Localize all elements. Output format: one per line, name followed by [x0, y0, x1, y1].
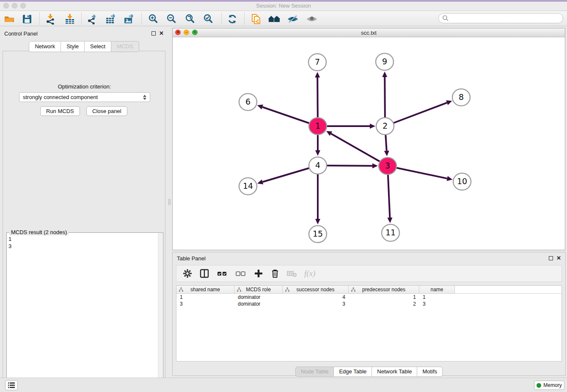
- hide-selected-icon[interactable]: [287, 13, 299, 25]
- save-session-icon[interactable]: [21, 13, 33, 25]
- graph-node-10[interactable]: 10: [453, 173, 471, 190]
- mcds-result-box: MCDS result (2 nodes) 1 3: [6, 232, 163, 392]
- window-accent-strip: [0, 0, 567, 2]
- close-panel-icon[interactable]: ✕: [159, 31, 164, 36]
- network-canvas[interactable]: 7968124314101511: [173, 37, 565, 250]
- graph-node-1[interactable]: 1: [309, 118, 327, 135]
- list-icon: [8, 382, 15, 389]
- float-table-panel-icon[interactable]: [549, 256, 553, 260]
- table-panel-title: Table Panel: [177, 255, 206, 262]
- result-scrollbar[interactable]: [158, 233, 162, 389]
- svg-text:3: 3: [385, 161, 390, 170]
- status-bar: Memory: [0, 378, 567, 392]
- tab-node-table[interactable]: Node Table: [295, 367, 334, 377]
- column-header-shared-name[interactable]: shared name: [176, 286, 234, 293]
- search-box[interactable]: [438, 13, 563, 23]
- export-table-icon[interactable]: [105, 13, 117, 25]
- table-row[interactable]: 1dominator411: [176, 294, 561, 301]
- svg-text:4: 4: [315, 160, 320, 170]
- delete-columns-icon[interactable]: [270, 268, 280, 279]
- close-table-panel-icon[interactable]: ✕: [556, 256, 561, 260]
- column-header-successor-nodes[interactable]: successor nodes: [283, 286, 349, 293]
- select-stepper-icon: [143, 95, 146, 100]
- table-toolbar: f(x): [176, 265, 562, 282]
- tab-motifs[interactable]: Motifs: [417, 367, 443, 377]
- graph-node-8[interactable]: 8: [452, 89, 470, 106]
- tab-edge-table[interactable]: Edge Table: [334, 367, 372, 377]
- unselect-all-rows-icon[interactable]: [235, 268, 247, 279]
- criterion-select[interactable]: strongly connected component: [19, 92, 150, 102]
- show-hidden-icon[interactable]: [306, 13, 318, 25]
- splitter-handle[interactable]: [168, 199, 171, 205]
- tab-style[interactable]: Style: [61, 41, 85, 52]
- refresh-icon[interactable]: [226, 13, 238, 25]
- export-image-icon[interactable]: [123, 13, 135, 25]
- mcds-result-values: 1 3: [8, 235, 11, 250]
- tab-network[interactable]: Network: [29, 41, 61, 52]
- select-all-rows-icon[interactable]: [216, 268, 228, 279]
- graph-node-15[interactable]: 15: [309, 226, 327, 243]
- svg-text:10: 10: [457, 177, 467, 186]
- toolbar-separator: [221, 13, 222, 25]
- graph-node-4[interactable]: 4: [309, 157, 327, 174]
- svg-text:14: 14: [243, 181, 253, 190]
- close-panel-button[interactable]: Close panel: [86, 106, 127, 116]
- search-input[interactable]: [449, 14, 563, 22]
- svg-text:15: 15: [313, 229, 323, 238]
- column-header-MCDS-role[interactable]: MCDS role: [234, 286, 283, 293]
- graph-node-14[interactable]: 14: [239, 178, 257, 195]
- open-file-icon[interactable]: [3, 13, 15, 25]
- zoom-in-icon[interactable]: [147, 13, 159, 25]
- mcds-result-title: MCDS result (2 nodes): [9, 229, 69, 235]
- table-panel: Table Panel ✕ f(x) shared nameMCDS roles…: [172, 252, 566, 376]
- toolbar-separator: [39, 13, 40, 25]
- graph-node-6[interactable]: 6: [239, 94, 257, 110]
- settings-gear-icon[interactable]: [182, 268, 193, 279]
- graph-node-3[interactable]: 3: [379, 157, 396, 174]
- toolbar-separator: [141, 13, 142, 25]
- zoom-selected-icon[interactable]: [202, 13, 214, 25]
- memory-button[interactable]: Memory: [534, 381, 564, 390]
- tab-select[interactable]: Select: [85, 41, 111, 52]
- svg-text:2: 2: [383, 121, 388, 130]
- svg-text:7: 7: [315, 57, 320, 66]
- export-network-icon[interactable]: [86, 13, 98, 25]
- application-window: Session: New Session: [0, 0, 567, 392]
- node-table[interactable]: shared nameMCDS rolesuccessor nodesprede…: [176, 285, 562, 362]
- graph-node-11[interactable]: 11: [382, 224, 399, 241]
- delete-table-icon[interactable]: [286, 268, 297, 279]
- graph-node-9[interactable]: 9: [376, 53, 394, 70]
- import-table-icon[interactable]: [64, 13, 76, 25]
- main-toolbar: [0, 11, 567, 26]
- show-all-networks-icon[interactable]: [268, 13, 280, 25]
- criterion-value: strongly connected component: [23, 94, 98, 100]
- zoom-out-icon[interactable]: [165, 13, 177, 25]
- tab-network-table[interactable]: Network Table: [372, 367, 417, 377]
- add-column-icon[interactable]: [253, 268, 264, 279]
- graph-node-2[interactable]: 2: [376, 118, 394, 135]
- toolbar-separator: [244, 13, 245, 25]
- svg-text:8: 8: [459, 92, 464, 102]
- run-mcds-button[interactable]: Run MCDS: [40, 106, 80, 116]
- zoom-fit-icon[interactable]: [184, 13, 196, 25]
- import-network-icon[interactable]: [44, 13, 56, 25]
- dock-panel-button[interactable]: [5, 380, 18, 390]
- clone-network-icon[interactable]: [250, 13, 262, 25]
- network-view-window: ✕ – + scc.txt 7968124314101511: [172, 28, 565, 250]
- control-panel: Control Panel ✕ Optimization criterion: …: [0, 26, 168, 376]
- memory-label: Memory: [543, 382, 561, 388]
- tab-mcds[interactable]: MCDS: [111, 41, 139, 52]
- function-builder-icon[interactable]: f(x): [304, 269, 315, 278]
- title-bar: Session: New Session: [0, 0, 567, 11]
- window-title: Session: New Session: [0, 3, 567, 9]
- network-window-titlebar[interactable]: ✕ – + scc.txt: [173, 28, 565, 37]
- svg-text:1: 1: [315, 121, 320, 130]
- mcds-panel: Optimization criterion: strongly connect…: [3, 51, 165, 392]
- toolbar-separator: [81, 13, 82, 25]
- column-layout-icon[interactable]: [199, 268, 209, 279]
- column-header-name[interactable]: name: [419, 286, 455, 293]
- graph-node-7[interactable]: 7: [308, 54, 326, 71]
- float-panel-icon[interactable]: [151, 31, 156, 36]
- table-row[interactable]: 3dominator323: [176, 301, 561, 307]
- column-header-predecessor-nodes[interactable]: predecessor nodes: [349, 286, 419, 293]
